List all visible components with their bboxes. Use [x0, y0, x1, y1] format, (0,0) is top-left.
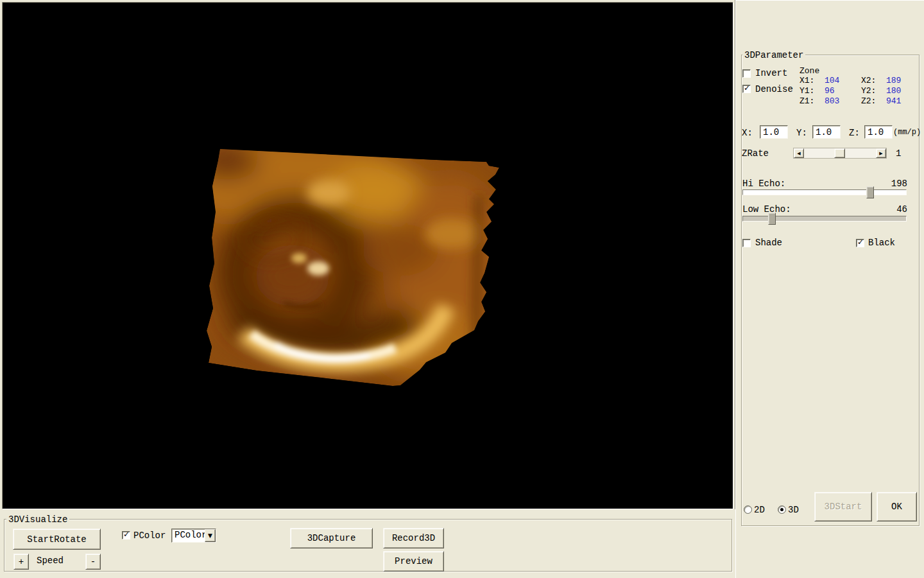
hi-echo-slider-thumb[interactable] — [866, 186, 874, 198]
ultrasound-3d-render — [3, 3, 733, 509]
zone-z1-label: Z1: — [800, 96, 814, 107]
mode-3d-radio[interactable] — [778, 505, 786, 514]
zrate-scrollbar[interactable]: ◀ ▶ — [793, 148, 887, 159]
scale-y-input[interactable] — [812, 125, 841, 139]
record3d-button[interactable]: Record3D — [383, 528, 444, 548]
zone-z1-value: 803 — [825, 96, 839, 107]
shade-label: Shade — [755, 238, 782, 248]
3dstart-button[interactable]: 3DStart — [814, 492, 872, 521]
zrate-value: 1 — [896, 148, 901, 159]
zrate-scroll-left-icon[interactable]: ◀ — [794, 148, 804, 158]
mode-2d-label: 2D — [754, 505, 765, 515]
pcolor-dropdown[interactable]: PColor ▼ — [171, 529, 216, 543]
visualize-panel: 3DVisualize StartRotate + Speed - PColor… — [0, 509, 735, 578]
pcolor-label: PColor — [133, 530, 166, 541]
hi-echo-label: Hi Echo: — [742, 179, 785, 189]
invert-label: Invert — [755, 68, 787, 78]
denoise-label: Denoise — [755, 84, 793, 94]
speed-minus-button[interactable]: - — [85, 554, 101, 570]
start-rotate-button[interactable]: StartRotate — [13, 529, 101, 550]
speed-plus-button[interactable]: + — [13, 554, 29, 570]
scale-unit-label: (mm/p) — [893, 127, 921, 137]
render-viewport[interactable] — [2, 2, 733, 509]
visualize-group-title: 3DVisualize — [6, 514, 69, 525]
zone-x2-label: X2: — [861, 76, 876, 86]
zone-label: Zone — [800, 66, 819, 76]
hi-echo-slider-track[interactable] — [742, 189, 907, 195]
3dcapture-button[interactable]: 3DCapture — [290, 528, 373, 548]
zone-z2-value: 941 — [886, 96, 901, 107]
scale-z-input[interactable] — [864, 125, 893, 139]
shade-checkbox[interactable] — [742, 239, 751, 247]
parameter-panel: 3DParameter Invert Denoise Zone X1: 104 … — [735, 0, 924, 578]
zrate-scrollbar-thumb[interactable] — [834, 148, 845, 158]
pcolor-checkbox[interactable] — [122, 531, 130, 539]
zrate-label: ZRate — [742, 148, 769, 159]
ok-button[interactable]: OK — [877, 492, 917, 521]
zone-y2-value: 180 — [886, 86, 901, 96]
zone-x2-value: 189 — [886, 76, 901, 86]
hi-echo-value: 198 — [877, 179, 907, 189]
speed-label: Speed — [37, 556, 64, 566]
preview-button[interactable]: Preview — [383, 551, 444, 572]
app-window: 3DParameter Invert Denoise Zone X1: 104 … — [0, 0, 924, 578]
denoise-checkbox[interactable] — [742, 85, 751, 93]
low-echo-label: Low Echo: — [742, 204, 791, 215]
mode-2d-radio[interactable] — [744, 505, 752, 514]
zone-x1-value: 104 — [825, 76, 839, 86]
zrate-scroll-right-icon[interactable]: ▶ — [876, 148, 886, 158]
low-echo-slider-track[interactable] — [742, 216, 907, 222]
pcolor-dropdown-value: PColor — [172, 529, 205, 542]
scale-x-label: X: — [742, 128, 753, 138]
scale-y-label: Y: — [796, 128, 807, 138]
chevron-down-icon[interactable]: ▼ — [205, 529, 216, 542]
scale-z-label: Z: — [849, 128, 860, 138]
low-echo-slider-thumb[interactable] — [768, 213, 776, 225]
black-label: Black — [868, 238, 895, 248]
zone-x1-label: X1: — [800, 76, 814, 86]
black-checkbox[interactable] — [856, 239, 864, 247]
zone-y1-label: Y1: — [800, 86, 814, 96]
zone-y1-value: 96 — [825, 86, 835, 96]
invert-checkbox[interactable] — [742, 69, 751, 78]
zone-z2-label: Z2: — [861, 96, 876, 107]
mode-3d-label: 3D — [788, 505, 799, 515]
scale-x-input[interactable] — [760, 125, 788, 139]
parameter-group-title: 3DParameter — [742, 50, 805, 60]
low-echo-value: 46 — [877, 204, 907, 215]
zone-y2-label: Y2: — [861, 86, 876, 96]
